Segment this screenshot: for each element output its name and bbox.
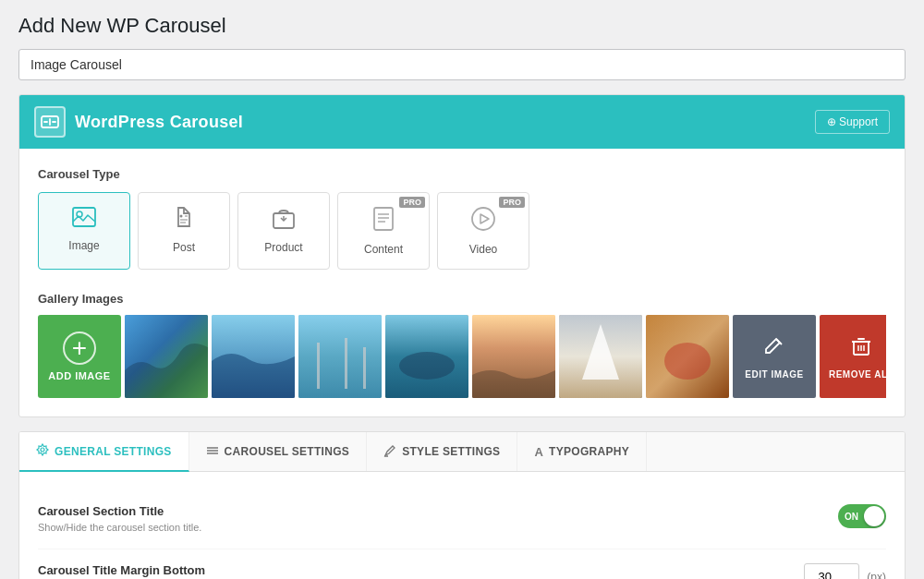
svg-point-31 (41, 448, 44, 452)
video-type-label: Video (469, 243, 497, 256)
remove-all-button[interactable]: REMOVE ALL (820, 315, 886, 398)
plugin-logo-icon (34, 106, 66, 138)
gallery-images: + ADD IMAGE (38, 315, 886, 398)
edit-image-label: EDIT IMAGE (745, 369, 803, 380)
svg-rect-15 (317, 343, 320, 389)
trash-icon (849, 334, 873, 364)
image-type-icon (71, 206, 97, 234)
video-pro-badge: PRO (499, 197, 525, 208)
page-title: Add New WP Carousel (18, 14, 906, 38)
tab-carousel-settings-label: CAROUSEL SETTINGS (225, 445, 350, 458)
carousel-section-title-info: Carousel Section Title Show/Hide the car… (38, 504, 820, 535)
edit-image-button[interactable]: EDIT IMAGE (733, 315, 816, 398)
toggle-on-label: ON (845, 512, 858, 522)
plugin-box: WordPress Carousel ⊕ Support Carousel Ty… (18, 94, 906, 417)
toggle-knob (864, 506, 884, 526)
svg-point-24 (664, 343, 711, 380)
style-settings-tab-icon (383, 444, 396, 460)
post-type-label: Post (173, 241, 195, 254)
tab-typography[interactable]: A TYPOGRAPHY (517, 432, 647, 471)
post-type-icon (173, 206, 195, 235)
edit-icon (762, 334, 786, 364)
gallery-thumb-7[interactable] (646, 315, 729, 398)
tabs-header: GENERAL SETTINGS CAROUSEL SETTINGS (19, 432, 905, 472)
svg-point-3 (180, 215, 183, 218)
gallery-thumb-5[interactable] (472, 315, 555, 398)
gallery-thumb-2[interactable] (212, 315, 295, 398)
gallery-thumb-6[interactable] (559, 315, 642, 398)
toggle-wrapper: ON (838, 504, 886, 528)
carousel-name-input[interactable] (18, 49, 906, 80)
gallery-label: Gallery Images (38, 292, 886, 306)
type-card-video[interactable]: PRO Video (437, 192, 529, 270)
content-pro-badge: PRO (399, 197, 425, 208)
carousel-type-label: Carousel Type (38, 167, 886, 181)
svg-marker-11 (480, 214, 489, 223)
type-card-product[interactable]: Product (237, 192, 330, 270)
content-type-label: Content (364, 243, 403, 256)
add-image-label: ADD IMAGE (48, 370, 110, 381)
svg-point-10 (472, 208, 494, 230)
carousel-settings-tab-icon (206, 444, 219, 460)
tab-style-settings[interactable]: STYLE SETTINGS (367, 432, 517, 471)
tab-general-settings[interactable]: GENERAL SETTINGS (19, 432, 189, 472)
image-type-label: Image (68, 239, 99, 252)
video-type-icon (470, 206, 496, 237)
type-card-post[interactable]: Post (138, 192, 230, 270)
general-settings-content: Carousel Section Title Show/Hide the car… (19, 472, 905, 579)
plugin-content: Carousel Type Image (19, 149, 905, 416)
carousel-title-margin-info: Carousel Title Margin Bottom Set margin … (38, 563, 785, 579)
carousel-section-title-control: ON (838, 504, 886, 528)
svg-rect-6 (374, 208, 393, 230)
carousel-title-margin-input[interactable] (804, 563, 859, 579)
tab-general-settings-label: GENERAL SETTINGS (55, 445, 172, 458)
support-button[interactable]: ⊕ Support (815, 110, 890, 134)
remove-all-label: REMOVE ALL (829, 369, 886, 380)
plus-icon: + (63, 332, 96, 365)
carousel-title-margin-label: Carousel Title Margin Bottom (38, 563, 785, 577)
margin-unit: (px) (867, 571, 886, 579)
product-type-icon (272, 206, 296, 235)
tabs-box: GENERAL SETTINGS CAROUSEL SETTINGS (18, 431, 906, 579)
carousel-section-title-desc: Show/Hide the carousel section title. (38, 521, 820, 535)
carousel-types: Image Post (38, 192, 886, 270)
plugin-header: WordPress Carousel ⊕ Support (19, 95, 905, 149)
type-card-image[interactable]: Image (38, 192, 130, 270)
carousel-section-title-row: Carousel Section Title Show/Hide the car… (38, 490, 886, 549)
gallery-thumb-1[interactable] (125, 315, 208, 398)
carousel-section-title-toggle[interactable]: ON (838, 504, 886, 528)
type-card-content[interactable]: PRO Content (337, 192, 430, 270)
gallery-thumb-3[interactable] (298, 315, 382, 398)
typography-tab-icon: A (534, 445, 543, 459)
gallery-thumb-4[interactable] (385, 315, 468, 398)
plugin-header-left: WordPress Carousel (34, 106, 243, 138)
carousel-title-margin-row: Carousel Title Margin Bottom Set margin … (38, 549, 886, 579)
tab-carousel-settings[interactable]: CAROUSEL SETTINGS (189, 432, 368, 471)
carousel-section-title-label: Carousel Section Title (38, 504, 820, 518)
general-settings-tab-icon (36, 443, 49, 459)
tab-style-settings-label: STYLE SETTINGS (402, 445, 500, 458)
svg-rect-16 (345, 338, 347, 389)
tab-typography-label: TYPOGRAPHY (549, 445, 629, 458)
content-type-icon (372, 206, 395, 237)
product-type-label: Product (264, 241, 302, 254)
carousel-title-margin-control: (px) (804, 563, 886, 579)
svg-rect-1 (73, 208, 95, 226)
svg-point-19 (399, 352, 455, 380)
plugin-title: WordPress Carousel (75, 113, 243, 132)
svg-rect-17 (363, 347, 366, 389)
add-image-button[interactable]: + ADD IMAGE (38, 315, 121, 398)
svg-rect-14 (298, 315, 382, 398)
